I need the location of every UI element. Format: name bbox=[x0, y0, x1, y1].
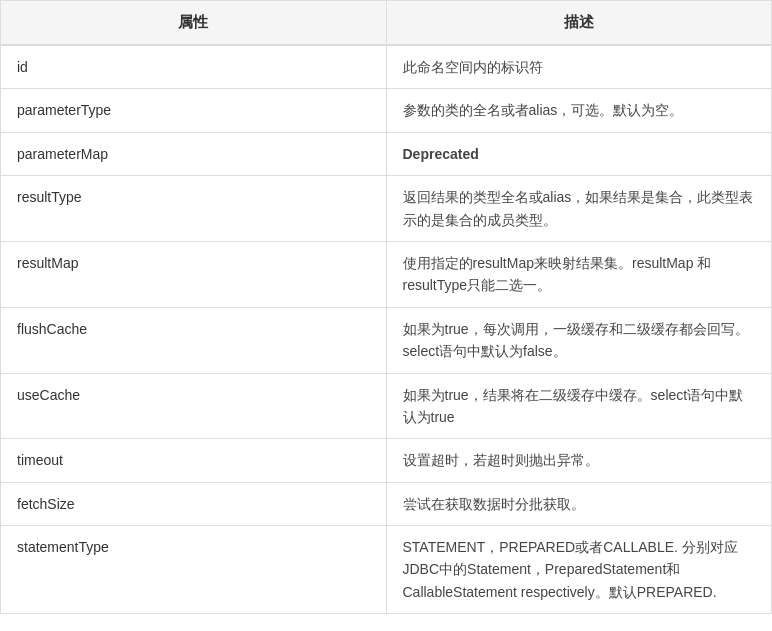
table-row: fetchSize尝试在获取数据时分批获取。 bbox=[1, 482, 771, 525]
attr-cell: timeout bbox=[1, 439, 386, 482]
desc-cell: 设置超时，若超时则抛出异常。 bbox=[386, 439, 771, 482]
properties-table: 属性 描述 id此命名空间内的标识符parameterType参数的类的全名或者… bbox=[1, 1, 771, 613]
table-row: statementTypeSTATEMENT，PREPARED或者CALLABL… bbox=[1, 526, 771, 614]
table-body: id此命名空间内的标识符parameterType参数的类的全名或者alias，… bbox=[1, 45, 771, 613]
attr-cell: id bbox=[1, 45, 386, 89]
desc-cell: Deprecated bbox=[386, 132, 771, 175]
desc-cell: 如果为true，每次调用，一级缓存和二级缓存都会回写。select语句中默认为f… bbox=[386, 307, 771, 373]
attr-cell: parameterType bbox=[1, 89, 386, 132]
desc-cell: 使用指定的resultMap来映射结果集。resultMap 和 resultT… bbox=[386, 241, 771, 307]
attr-cell: statementType bbox=[1, 526, 386, 614]
attr-cell: resultMap bbox=[1, 241, 386, 307]
main-table-container: 属性 描述 id此命名空间内的标识符parameterType参数的类的全名或者… bbox=[0, 0, 772, 614]
desc-cell: 返回结果的类型全名或alias，如果结果是集合，此类型表示的是集合的成员类型。 bbox=[386, 176, 771, 242]
desc-cell: 尝试在获取数据时分批获取。 bbox=[386, 482, 771, 525]
attr-cell: parameterMap bbox=[1, 132, 386, 175]
deprecated-label: Deprecated bbox=[403, 146, 479, 162]
attr-cell: fetchSize bbox=[1, 482, 386, 525]
table-row: resultType返回结果的类型全名或alias，如果结果是集合，此类型表示的… bbox=[1, 176, 771, 242]
desc-cell: STATEMENT，PREPARED或者CALLABLE. 分别对应JDBC中的… bbox=[386, 526, 771, 614]
table-row: flushCache如果为true，每次调用，一级缓存和二级缓存都会回写。sel… bbox=[1, 307, 771, 373]
table-row: resultMap使用指定的resultMap来映射结果集。resultMap … bbox=[1, 241, 771, 307]
table-header-row: 属性 描述 bbox=[1, 1, 771, 45]
table-row: useCache如果为true，结果将在二级缓存中缓存。select语句中默认为… bbox=[1, 373, 771, 439]
attr-cell: resultType bbox=[1, 176, 386, 242]
col-header-attr: 属性 bbox=[1, 1, 386, 45]
col-header-desc: 描述 bbox=[386, 1, 771, 45]
attr-cell: flushCache bbox=[1, 307, 386, 373]
desc-cell: 参数的类的全名或者alias，可选。默认为空。 bbox=[386, 89, 771, 132]
table-row: id此命名空间内的标识符 bbox=[1, 45, 771, 89]
attr-cell: useCache bbox=[1, 373, 386, 439]
desc-cell: 此命名空间内的标识符 bbox=[386, 45, 771, 89]
desc-cell: 如果为true，结果将在二级缓存中缓存。select语句中默认为true bbox=[386, 373, 771, 439]
table-row: parameterMapDeprecated bbox=[1, 132, 771, 175]
table-row: parameterType参数的类的全名或者alias，可选。默认为空。 bbox=[1, 89, 771, 132]
table-row: timeout设置超时，若超时则抛出异常。 bbox=[1, 439, 771, 482]
